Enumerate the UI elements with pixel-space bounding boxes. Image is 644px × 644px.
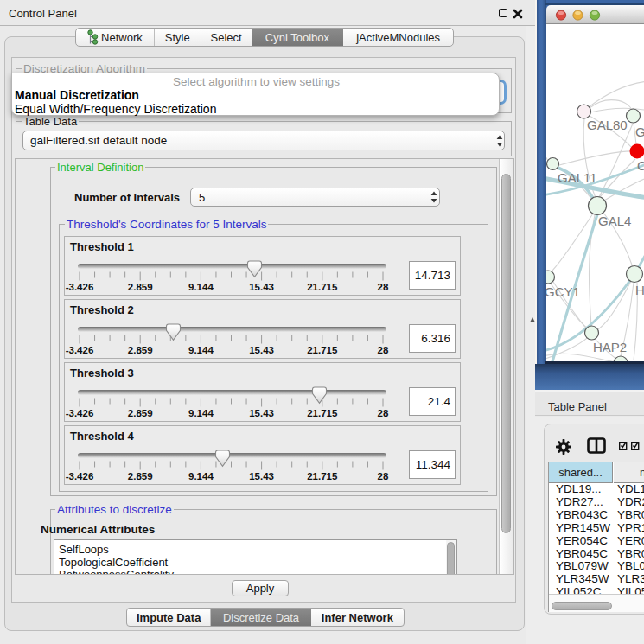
svg-text:HAP2: HAP2 (593, 340, 627, 354)
svg-text:GAL80: GAL80 (587, 118, 628, 132)
svg-text:GAL11: GAL11 (558, 170, 597, 185)
svg-text:GA: GA (635, 124, 644, 139)
svg-text:GAL4: GAL4 (598, 214, 631, 228)
svg-text:HI: HI (635, 283, 644, 297)
svg-text:GCY1: GCY1 (546, 284, 580, 299)
svg-text:CY: CY (637, 158, 644, 173)
